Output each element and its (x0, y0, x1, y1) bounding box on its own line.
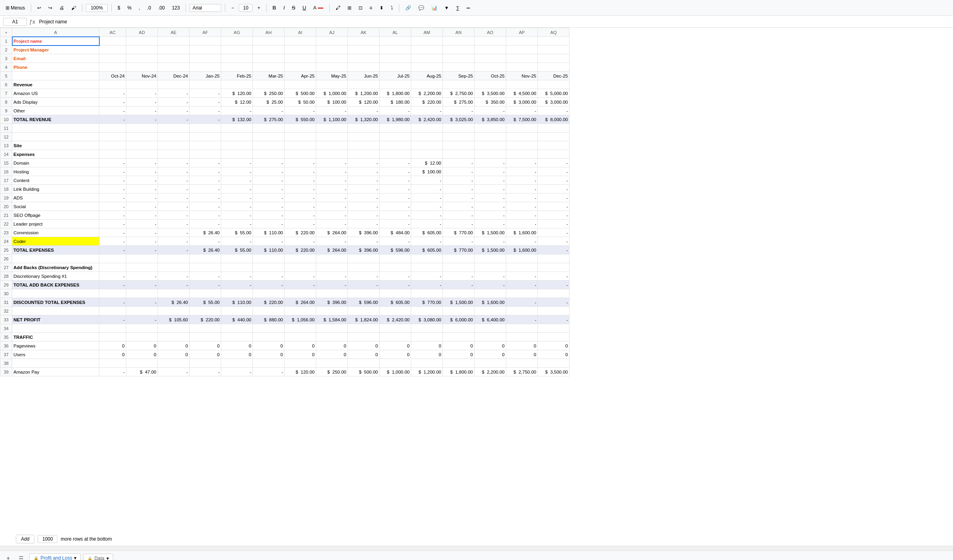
filter-button[interactable]: ▼ (442, 4, 452, 11)
empty-cell-13-5[interactable] (253, 141, 285, 150)
cell-39-6[interactable]: $ 120.00 (285, 368, 316, 376)
col-header-ac[interactable]: AC (99, 28, 126, 37)
paint-format-button[interactable]: 🖌 (69, 4, 78, 11)
cell-28-6[interactable]: - (285, 272, 316, 281)
empty-cell-35-9[interactable] (380, 333, 411, 342)
cell-37-14[interactable]: 0 (538, 350, 570, 359)
cell-19-6[interactable]: - (285, 194, 316, 202)
cell-a34[interactable] (12, 324, 99, 333)
cell-a37[interactable]: Users (12, 350, 99, 359)
cell-21-11[interactable]: - (443, 211, 475, 220)
empty-cell-35-4[interactable] (221, 333, 253, 342)
cell-33-12[interactable]: $ 6,400.00 (475, 315, 506, 324)
cell-9-9[interactable]: - (380, 106, 411, 115)
cell-36-1[interactable]: 0 (126, 342, 158, 350)
cell-23-1[interactable]: - (126, 228, 158, 237)
empty-cell-1-12[interactable] (475, 37, 506, 46)
cell-10-10[interactable]: $ 2,420.00 (411, 115, 443, 124)
tab-data[interactable]: 🔒 Data ▾ (83, 554, 113, 560)
cell-23-7[interactable]: $ 264.00 (316, 228, 348, 237)
empty-cell-1-7[interactable] (316, 37, 348, 46)
cell-20-1[interactable]: - (126, 202, 158, 211)
empty-cell-14-13[interactable] (506, 150, 538, 159)
cell-22-14[interactable]: - (538, 220, 570, 228)
empty-cell-2-7[interactable] (316, 46, 348, 54)
cell-17-11[interactable]: - (443, 176, 475, 185)
cell-24-6[interactable]: - (285, 237, 316, 246)
cell-28-0[interactable]: - (99, 272, 126, 281)
redo-button[interactable]: ↪ (46, 4, 55, 11)
cell-10-3[interactable]: - (190, 115, 221, 124)
empty-cell-1-10[interactable] (411, 37, 443, 46)
number-format-button[interactable]: 123 (169, 4, 182, 11)
empty-cell-38-6[interactable] (285, 359, 316, 368)
empty-cell-14-12[interactable] (475, 150, 506, 159)
cell-17-2[interactable]: - (158, 176, 190, 185)
empty-cell-2-3[interactable] (190, 46, 221, 54)
empty-cell-6-3[interactable] (190, 80, 221, 89)
cell-19-11[interactable]: - (443, 194, 475, 202)
cell-23-14[interactable]: - (538, 228, 570, 237)
cell-39-8[interactable]: $ 500.00 (348, 368, 380, 376)
cell-8-2[interactable]: - (158, 98, 190, 106)
empty-cell-35-10[interactable] (411, 333, 443, 342)
cell-17-14[interactable]: - (538, 176, 570, 185)
empty-cell-14-10[interactable] (411, 150, 443, 159)
cell-15-8[interactable]: - (348, 159, 380, 167)
empty-cell-12-3[interactable] (190, 133, 221, 141)
cell-9-10[interactable]: - (411, 106, 443, 115)
cell-8-8[interactable]: $ 120.00 (348, 98, 380, 106)
empty-cell-6-12[interactable] (475, 80, 506, 89)
cell-29-6[interactable]: - (285, 281, 316, 289)
cell-21-2[interactable]: - (158, 211, 190, 220)
cell-a6[interactable]: Revenue (12, 80, 99, 89)
cell-16-6[interactable]: - (285, 167, 316, 176)
cell-15-14[interactable]: - (538, 159, 570, 167)
col-header-ak[interactable]: AK (348, 28, 380, 37)
cell-24-2[interactable]: - (158, 237, 190, 246)
cell-16-1[interactable]: - (126, 167, 158, 176)
cell-17-6[interactable]: - (285, 176, 316, 185)
col-header-am[interactable]: AM (411, 28, 443, 37)
col-header-af[interactable]: AF (190, 28, 221, 37)
cell-a19[interactable]: ADS (12, 194, 99, 202)
empty-cell-2-0[interactable] (99, 46, 126, 54)
cell-10-12[interactable]: $ 3,850.00 (475, 115, 506, 124)
cell-29-14[interactable]: - (538, 281, 570, 289)
empty-cell-30-14[interactable] (538, 289, 570, 298)
cell-16-7[interactable]: - (316, 167, 348, 176)
empty-cell-1-1[interactable] (126, 37, 158, 46)
cell-17-10[interactable]: - (411, 176, 443, 185)
empty-cell-13-6[interactable] (285, 141, 316, 150)
cell-39-5[interactable]: - (253, 368, 285, 376)
empty-cell-30-4[interactable] (221, 289, 253, 298)
cell-21-6[interactable]: - (285, 211, 316, 220)
cell-29-12[interactable]: - (475, 281, 506, 289)
empty-cell-2-6[interactable] (285, 46, 316, 54)
empty-cell-26-6[interactable] (285, 254, 316, 263)
empty-cell-2-8[interactable] (348, 46, 380, 54)
empty-cell-14-9[interactable] (380, 150, 411, 159)
empty-cell-4-7[interactable] (316, 63, 348, 72)
cell-9-13[interactable]: - (506, 106, 538, 115)
cell-20-0[interactable]: - (99, 202, 126, 211)
empty-cell-6-11[interactable] (443, 80, 475, 89)
cell-21-1[interactable]: - (126, 211, 158, 220)
cell-9-3[interactable]: - (190, 106, 221, 115)
cell-33-0[interactable]: - (99, 315, 126, 324)
cell-37-9[interactable]: 0 (380, 350, 411, 359)
add-sheet-button[interactable]: + (3, 553, 13, 560)
cell-37-12[interactable]: 0 (475, 350, 506, 359)
cell-10-5[interactable]: $ 275.00 (253, 115, 285, 124)
cell-a20[interactable]: Social (12, 202, 99, 211)
empty-cell-12-14[interactable] (538, 133, 570, 141)
zoom-selector[interactable]: 100% (86, 4, 108, 12)
empty-cell-34-2[interactable] (158, 324, 190, 333)
cell-22-9[interactable]: - (380, 220, 411, 228)
cell-22-5[interactable]: - (253, 220, 285, 228)
cell-29-2[interactable]: - (158, 281, 190, 289)
cell-22-2[interactable]: - (158, 220, 190, 228)
italic-button[interactable]: I (281, 4, 287, 11)
menus-button[interactable]: ⊞ Menus (3, 4, 27, 11)
empty-cell-32-11[interactable] (443, 307, 475, 315)
